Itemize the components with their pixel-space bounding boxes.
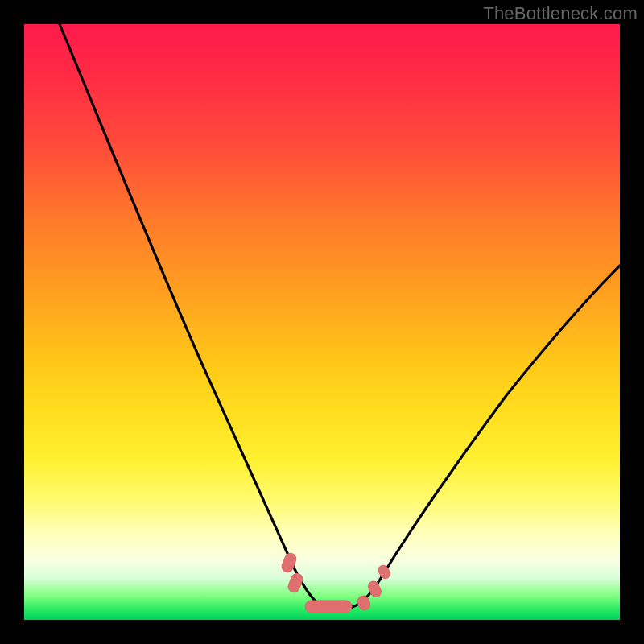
curve-marker (287, 572, 304, 593)
watermark-text: TheBottleneck.com (483, 3, 638, 24)
curve-marker (305, 601, 352, 613)
curve-left (60, 24, 324, 607)
outer-frame: TheBottleneck.com (0, 0, 644, 644)
plot-area (24, 24, 620, 620)
curve-marker (356, 594, 371, 612)
chart-svg (24, 24, 620, 620)
marker-group (280, 551, 392, 613)
curve-right (353, 266, 620, 607)
